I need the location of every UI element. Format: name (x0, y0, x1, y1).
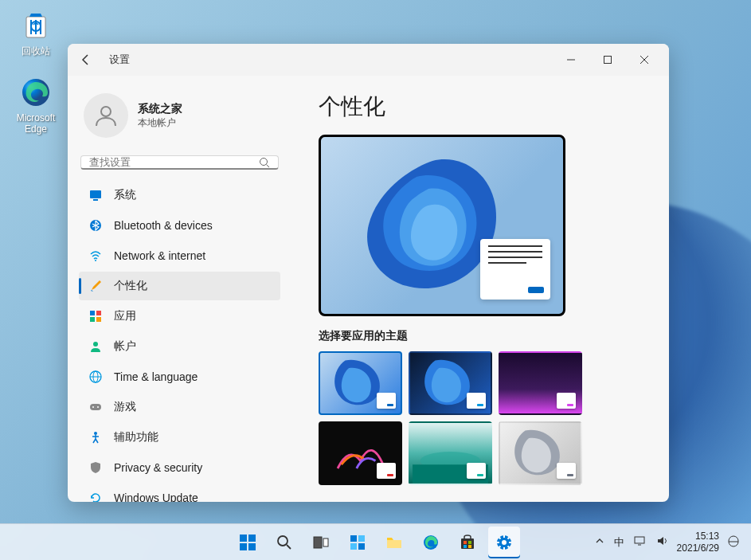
taskbar: 中 15:13 2021/6/29 (0, 523, 751, 560)
gear-icon (495, 534, 513, 551)
theme-option-6[interactable] (499, 421, 582, 485)
svg-point-23 (94, 432, 97, 435)
minimize-button[interactable] (553, 47, 589, 72)
sidebar-item-bluetooth[interactable]: Bluetooth & devices (79, 211, 280, 240)
tray-ime[interactable]: 中 (614, 535, 624, 550)
svg-rect-36 (350, 543, 357, 550)
accounts-icon (88, 339, 103, 354)
sidebar-item-time[interactable]: Time & language (79, 362, 280, 391)
sidebar-item-label: 系统 (114, 188, 136, 202)
svg-point-5 (101, 107, 111, 116)
svg-point-21 (92, 406, 94, 408)
sidebar-item-label: 辅助功能 (114, 430, 158, 444)
nav-list: 系统 Bluetooth & devices Network & interne… (79, 181, 280, 502)
sidebar-item-update[interactable]: Windows Update (79, 484, 280, 502)
sidebar-item-personalization[interactable]: 个性化 (79, 272, 280, 300)
theme-option-2[interactable] (409, 351, 492, 415)
maximize-button[interactable] (589, 47, 626, 72)
main-content: 个性化 选择要应用的主题 (287, 76, 669, 502)
windows-icon (238, 533, 257, 552)
accessibility-icon (88, 430, 103, 444)
svg-line-52 (507, 546, 509, 547)
sidebar-item-accessibility[interactable]: 辅助功能 (79, 423, 280, 452)
svg-line-7 (267, 164, 270, 167)
avatar (84, 93, 128, 138)
recycle-bin-icon (19, 8, 53, 41)
taskbar-search[interactable] (268, 527, 300, 558)
svg-point-6 (260, 158, 268, 165)
maximize-icon (604, 56, 612, 64)
sidebar-item-label: Time & language (114, 370, 198, 383)
svg-rect-26 (240, 535, 247, 542)
edge-icon (422, 534, 440, 551)
search-input[interactable] (89, 156, 259, 168)
user-section[interactable]: 系统之家 本地帐户 (79, 88, 280, 152)
svg-rect-38 (387, 540, 401, 548)
svg-rect-35 (358, 535, 365, 542)
theme-option-3[interactable] (499, 351, 582, 415)
tray-chevron-icon[interactable] (595, 536, 604, 548)
svg-rect-40 (461, 538, 474, 549)
shield-icon (88, 460, 103, 475)
theme-option-5[interactable] (409, 421, 492, 485)
widgets-icon (349, 534, 366, 551)
sidebar-item-privacy[interactable]: Privacy & security (79, 453, 280, 482)
svg-rect-8 (90, 190, 101, 198)
sidebar-item-network[interactable]: Network & internet (79, 241, 280, 270)
recycle-bin-desktop-icon[interactable]: 回收站 (8, 8, 64, 58)
theme-section-label: 选择要应用的主题 (319, 329, 650, 343)
svg-rect-33 (323, 538, 328, 546)
start-button[interactable] (232, 527, 264, 558)
svg-rect-29 (248, 543, 256, 550)
clock-date: 2021/6/29 (677, 542, 719, 554)
sidebar-item-label: Windows Update (114, 491, 198, 502)
taskbar-store[interactable] (452, 527, 483, 558)
theme-option-1[interactable] (319, 351, 402, 415)
edge-desktop-icon[interactable]: Microsoft Edge (8, 76, 64, 135)
svg-line-51 (499, 537, 500, 538)
tray-notification-icon[interactable] (727, 535, 740, 550)
user-icon (92, 102, 119, 129)
close-button[interactable] (626, 47, 663, 72)
svg-rect-41 (464, 541, 467, 544)
store-icon (459, 534, 476, 551)
edge-label: Microsoft Edge (8, 112, 64, 135)
search-box[interactable] (80, 155, 279, 170)
recycle-bin-label: 回收站 (22, 45, 50, 58)
svg-rect-42 (468, 541, 471, 544)
sidebar-item-label: 游戏 (114, 400, 136, 414)
tray-network-icon[interactable] (634, 535, 647, 549)
taskbar-settings[interactable] (488, 527, 520, 558)
svg-rect-12 (90, 311, 95, 315)
svg-line-54 (507, 537, 509, 538)
window-title: 设置 (109, 53, 130, 67)
svg-rect-20 (90, 404, 101, 410)
desktop-preview (319, 135, 565, 316)
taskbar-widgets[interactable] (342, 527, 374, 558)
svg-rect-28 (240, 543, 247, 550)
taskbar-explorer[interactable] (378, 527, 410, 558)
svg-rect-27 (248, 535, 256, 542)
sidebar-item-label: Network & internet (114, 249, 205, 262)
sidebar-item-gaming[interactable]: 游戏 (79, 393, 280, 421)
update-icon (88, 491, 103, 502)
sidebar-item-accounts[interactable]: 帐户 (79, 332, 280, 361)
arrow-left-icon (80, 53, 92, 66)
sidebar-item-system[interactable]: 系统 (79, 181, 280, 210)
folder-icon (385, 534, 403, 551)
settings-window: 设置 系统之家 本地帐户 (68, 44, 669, 502)
svg-line-53 (499, 546, 500, 547)
svg-rect-55 (635, 537, 644, 543)
taskview-icon (312, 534, 330, 551)
page-title: 个性化 (319, 92, 650, 122)
tray-volume-icon[interactable] (656, 535, 669, 549)
taskbar-taskview[interactable] (305, 527, 337, 558)
theme-option-4[interactable] (319, 421, 402, 485)
taskbar-edge[interactable] (415, 527, 447, 558)
edge-icon (19, 76, 53, 109)
back-button[interactable] (74, 48, 98, 72)
taskbar-clock[interactable]: 15:13 2021/6/29 (677, 531, 719, 554)
sidebar-item-apps[interactable]: 应用 (79, 302, 280, 331)
minimize-icon (567, 56, 575, 64)
gaming-icon (88, 400, 103, 414)
